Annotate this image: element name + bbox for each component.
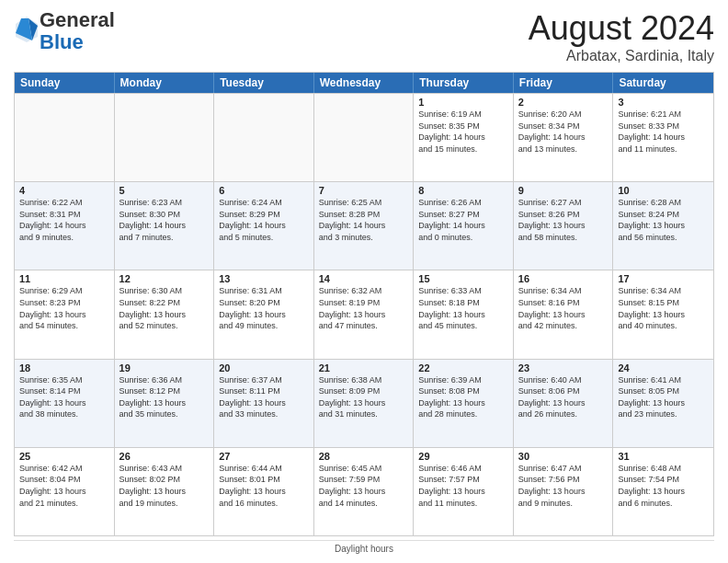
logo-general: General — [40, 8, 115, 31]
calendar-header-day: Tuesday — [214, 73, 314, 93]
cell-info: Sunrise: 6:22 AM Sunset: 8:31 PM Dayligh… — [19, 197, 109, 243]
calendar-cell-empty — [214, 94, 314, 181]
cell-info: Sunrise: 6:25 AM Sunset: 8:28 PM Dayligh… — [319, 197, 409, 243]
day-number: 23 — [518, 362, 609, 373]
calendar-header-day: Monday — [115, 73, 215, 93]
calendar-cell: 30Sunrise: 6:47 AM Sunset: 7:56 PM Dayli… — [514, 448, 614, 535]
day-number: 24 — [618, 362, 709, 373]
cell-info: Sunrise: 6:42 AM Sunset: 8:04 PM Dayligh… — [19, 463, 109, 509]
calendar-row: 18Sunrise: 6:35 AM Sunset: 8:14 PM Dayli… — [15, 359, 713, 447]
calendar: SundayMondayTuesdayWednesdayThursdayFrid… — [14, 72, 714, 536]
calendar-cell: 22Sunrise: 6:39 AM Sunset: 8:08 PM Dayli… — [414, 360, 514, 447]
calendar-row: 25Sunrise: 6:42 AM Sunset: 8:04 PM Dayli… — [15, 447, 713, 535]
logo: General Blue — [14, 9, 115, 53]
cell-info: Sunrise: 6:30 AM Sunset: 8:22 PM Dayligh… — [119, 285, 210, 331]
day-number: 28 — [319, 451, 409, 462]
daylight-label: Daylight hours — [335, 544, 393, 554]
calendar-cell: 5Sunrise: 6:23 AM Sunset: 8:30 PM Daylig… — [115, 182, 215, 270]
cell-info: Sunrise: 6:40 AM Sunset: 8:06 PM Dayligh… — [518, 374, 609, 420]
calendar-cell: 14Sunrise: 6:32 AM Sunset: 8:19 PM Dayli… — [314, 270, 415, 358]
cell-info: Sunrise: 6:23 AM Sunset: 8:30 PM Dayligh… — [119, 197, 210, 243]
cell-info: Sunrise: 6:43 AM Sunset: 8:02 PM Dayligh… — [119, 463, 210, 509]
calendar-cell: 23Sunrise: 6:40 AM Sunset: 8:06 PM Dayli… — [514, 360, 614, 447]
day-number: 22 — [418, 362, 508, 373]
cell-info: Sunrise: 6:33 AM Sunset: 8:18 PM Dayligh… — [418, 285, 508, 331]
day-number: 19 — [119, 362, 210, 373]
calendar-cell: 17Sunrise: 6:34 AM Sunset: 8:15 PM Dayli… — [613, 270, 713, 358]
day-number: 9 — [518, 185, 609, 196]
logo-icon — [14, 15, 40, 44]
day-number: 18 — [19, 362, 109, 373]
day-number: 15 — [418, 273, 508, 284]
logo-text: General Blue — [40, 9, 115, 53]
cell-info: Sunrise: 6:39 AM Sunset: 8:08 PM Dayligh… — [418, 374, 508, 420]
cell-info: Sunrise: 6:28 AM Sunset: 8:24 PM Dayligh… — [618, 197, 709, 243]
cell-info: Sunrise: 6:46 AM Sunset: 7:57 PM Dayligh… — [418, 463, 508, 509]
location: Arbatax, Sardinia, Italy — [529, 48, 714, 64]
cell-info: Sunrise: 6:38 AM Sunset: 8:09 PM Dayligh… — [319, 374, 409, 420]
calendar-cell: 3Sunrise: 6:21 AM Sunset: 8:33 PM Daylig… — [613, 94, 713, 181]
calendar-cell: 13Sunrise: 6:31 AM Sunset: 8:20 PM Dayli… — [214, 270, 314, 358]
calendar-cell: 6Sunrise: 6:24 AM Sunset: 8:29 PM Daylig… — [214, 182, 314, 270]
day-number: 13 — [219, 273, 309, 284]
daylight-note: Daylight hours — [14, 540, 714, 554]
cell-info: Sunrise: 6:27 AM Sunset: 8:26 PM Dayligh… — [518, 197, 609, 243]
cell-info: Sunrise: 6:35 AM Sunset: 8:14 PM Dayligh… — [19, 374, 109, 420]
calendar-cell: 21Sunrise: 6:38 AM Sunset: 8:09 PM Dayli… — [314, 360, 415, 447]
cell-info: Sunrise: 6:48 AM Sunset: 7:54 PM Dayligh… — [618, 463, 709, 509]
cell-info: Sunrise: 6:34 AM Sunset: 8:15 PM Dayligh… — [618, 285, 709, 331]
calendar-cell: 28Sunrise: 6:45 AM Sunset: 7:59 PM Dayli… — [314, 448, 415, 535]
day-number: 25 — [19, 451, 109, 462]
calendar-cell: 1Sunrise: 6:19 AM Sunset: 8:35 PM Daylig… — [414, 94, 514, 181]
calendar-cell: 25Sunrise: 6:42 AM Sunset: 8:04 PM Dayli… — [15, 448, 115, 535]
calendar-cell: 18Sunrise: 6:35 AM Sunset: 8:14 PM Dayli… — [15, 360, 115, 447]
day-number: 31 — [618, 451, 709, 462]
day-number: 29 — [418, 451, 508, 462]
calendar-cell-empty — [314, 94, 415, 181]
calendar-cell: 31Sunrise: 6:48 AM Sunset: 7:54 PM Dayli… — [613, 448, 713, 535]
calendar-cell-empty — [15, 94, 115, 181]
day-number: 10 — [618, 185, 709, 196]
calendar-cell: 2Sunrise: 6:20 AM Sunset: 8:34 PM Daylig… — [514, 94, 614, 181]
header: General Blue August 2024 Arbatax, Sardin… — [14, 9, 714, 64]
cell-info: Sunrise: 6:19 AM Sunset: 8:35 PM Dayligh… — [418, 109, 508, 155]
calendar-cell: 20Sunrise: 6:37 AM Sunset: 8:11 PM Dayli… — [214, 360, 314, 447]
day-number: 5 — [119, 185, 210, 196]
calendar-body: 1Sunrise: 6:19 AM Sunset: 8:35 PM Daylig… — [15, 93, 713, 535]
day-number: 30 — [518, 451, 609, 462]
cell-info: Sunrise: 6:32 AM Sunset: 8:19 PM Dayligh… — [319, 285, 409, 331]
day-number: 3 — [618, 97, 709, 108]
cell-info: Sunrise: 6:41 AM Sunset: 8:05 PM Dayligh… — [618, 374, 709, 420]
calendar-cell: 11Sunrise: 6:29 AM Sunset: 8:23 PM Dayli… — [15, 270, 115, 358]
cell-info: Sunrise: 6:31 AM Sunset: 8:20 PM Dayligh… — [219, 285, 309, 331]
calendar-cell: 9Sunrise: 6:27 AM Sunset: 8:26 PM Daylig… — [514, 182, 614, 270]
cell-info: Sunrise: 6:47 AM Sunset: 7:56 PM Dayligh… — [518, 463, 609, 509]
calendar-cell: 4Sunrise: 6:22 AM Sunset: 8:31 PM Daylig… — [15, 182, 115, 270]
calendar-row: 4Sunrise: 6:22 AM Sunset: 8:31 PM Daylig… — [15, 181, 713, 270]
calendar-cell: 8Sunrise: 6:26 AM Sunset: 8:27 PM Daylig… — [414, 182, 514, 270]
calendar-cell: 12Sunrise: 6:30 AM Sunset: 8:22 PM Dayli… — [115, 270, 215, 358]
calendar-cell: 26Sunrise: 6:43 AM Sunset: 8:02 PM Dayli… — [115, 448, 215, 535]
calendar-header-day: Thursday — [414, 73, 514, 93]
day-number: 21 — [319, 362, 409, 373]
day-number: 2 — [518, 97, 609, 108]
calendar-header-row: SundayMondayTuesdayWednesdayThursdayFrid… — [15, 73, 713, 93]
day-number: 8 — [418, 185, 508, 196]
cell-info: Sunrise: 6:37 AM Sunset: 8:11 PM Dayligh… — [219, 374, 309, 420]
calendar-cell: 16Sunrise: 6:34 AM Sunset: 8:16 PM Dayli… — [514, 270, 614, 358]
day-number: 14 — [319, 273, 409, 284]
cell-info: Sunrise: 6:45 AM Sunset: 7:59 PM Dayligh… — [319, 463, 409, 509]
calendar-cell: 29Sunrise: 6:46 AM Sunset: 7:57 PM Dayli… — [414, 448, 514, 535]
cell-info: Sunrise: 6:34 AM Sunset: 8:16 PM Dayligh… — [518, 285, 609, 331]
day-number: 1 — [418, 97, 508, 108]
day-number: 11 — [19, 273, 109, 284]
title-area: August 2024 Arbatax, Sardinia, Italy — [529, 9, 714, 64]
day-number: 12 — [119, 273, 210, 284]
calendar-row: 11Sunrise: 6:29 AM Sunset: 8:23 PM Dayli… — [15, 270, 713, 358]
month-year: August 2024 — [529, 9, 714, 48]
calendar-cell: 19Sunrise: 6:36 AM Sunset: 8:12 PM Dayli… — [115, 360, 215, 447]
calendar-header-day: Sunday — [15, 73, 115, 93]
day-number: 17 — [618, 273, 709, 284]
calendar-header-day: Wednesday — [314, 73, 415, 93]
cell-info: Sunrise: 6:26 AM Sunset: 8:27 PM Dayligh… — [418, 197, 508, 243]
